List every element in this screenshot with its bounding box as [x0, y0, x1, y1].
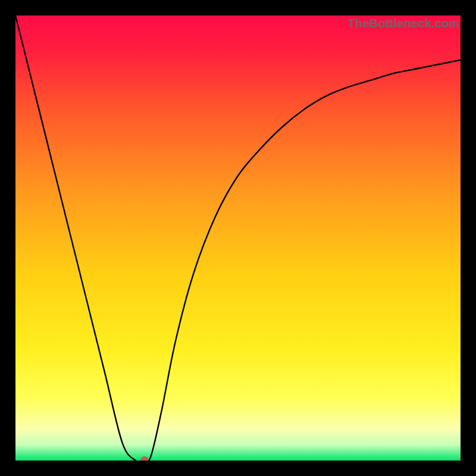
watermark-text: TheBottleneck.com: [347, 17, 459, 30]
svg-rect-0: [15, 15, 461, 461]
gradient-background: [15, 15, 461, 461]
chart-frame: TheBottleneck.com: [15, 15, 461, 461]
